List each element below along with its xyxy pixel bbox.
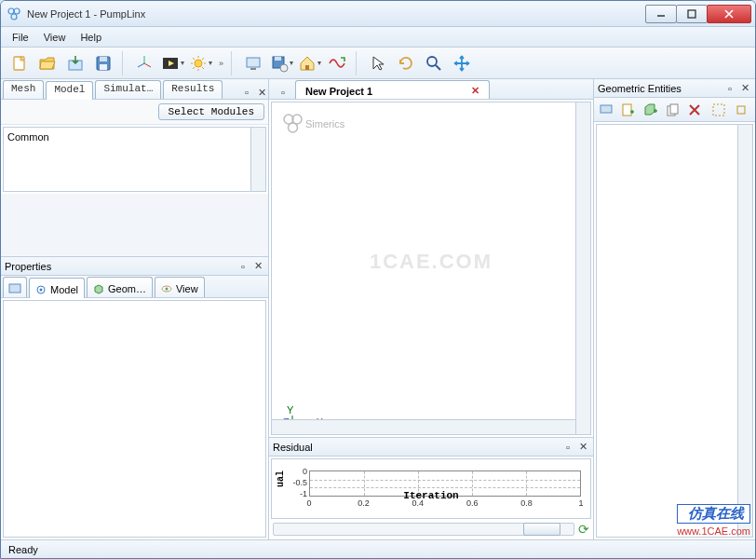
import-icon[interactable] [62, 50, 88, 76]
svg-point-22 [165, 287, 168, 290]
svg-point-0 [8, 8, 14, 14]
app-icon [7, 7, 21, 21]
svg-point-17 [427, 57, 437, 66]
geo-expand-icon[interactable] [709, 100, 728, 120]
scrollbar-vertical[interactable] [737, 125, 752, 537]
geo-add-sheet-icon[interactable] [619, 100, 638, 120]
monitor-icon[interactable] [240, 50, 266, 76]
properties-title: Properties [5, 261, 51, 272]
svg-rect-8 [100, 64, 107, 70]
slider-thumb[interactable] [523, 523, 560, 536]
residual-title: Residual [273, 442, 313, 453]
wave-icon[interactable] [324, 50, 350, 76]
play-icon[interactable]: ▾ [159, 50, 185, 76]
residual-slider-row: ⟳ [269, 521, 593, 539]
save-icon[interactable] [90, 50, 116, 76]
refresh-icon[interactable]: ⟳ [578, 522, 589, 537]
zoom-icon[interactable] [421, 50, 447, 76]
tab-mesh[interactable]: Mesh [3, 80, 44, 99]
prop-tab-geom[interactable]: Geom… [87, 277, 153, 297]
status-bar: Ready [1, 539, 755, 558]
pin-icon[interactable]: ▫ [561, 441, 574, 454]
watermark-text: 1CAE.COM [370, 250, 493, 274]
geo-title-bar[interactable]: Geometric Entities ▫ ✕ [594, 79, 755, 98]
toolbar-separator [231, 51, 236, 75]
pointer-icon[interactable] [365, 50, 391, 76]
window-title: New Project 1 - PumpLinx [27, 8, 646, 20]
svg-rect-27 [623, 104, 631, 116]
geo-monitor-icon[interactable] [597, 100, 615, 120]
geo-body[interactable] [596, 124, 753, 538]
properties-title-bar[interactable]: Properties ▫ ✕ [1, 257, 268, 276]
prop-tab-overview[interactable] [3, 277, 27, 297]
svg-rect-11 [247, 58, 260, 67]
residual-slider[interactable] [273, 523, 574, 536]
tree-item-common[interactable]: Common [7, 131, 262, 143]
properties-body [3, 300, 266, 538]
close-panel-icon[interactable]: ✕ [255, 86, 268, 99]
svg-point-25 [289, 123, 298, 132]
properties-tabs: Model Geom… View [1, 276, 268, 298]
svg-rect-14 [275, 57, 281, 61]
prop-tab-view[interactable]: View [155, 277, 205, 297]
svg-rect-3 [688, 10, 695, 18]
pin-icon[interactable]: ▫ [240, 86, 253, 99]
scrollbar-vertical[interactable] [250, 128, 265, 191]
scrollbar-horizontal[interactable] [272, 419, 575, 434]
svg-point-15 [280, 64, 288, 72]
prop-tab-model[interactable]: Model [29, 278, 85, 298]
pin-icon[interactable]: ▫ [236, 260, 250, 273]
new-file-icon[interactable] [7, 50, 33, 76]
view-tab-project[interactable]: New Project 1 ✕ [295, 80, 490, 99]
model-tree[interactable]: Common [3, 127, 266, 192]
menu-view[interactable]: View [36, 30, 74, 45]
svg-rect-30 [713, 104, 724, 116]
sun-icon[interactable]: ▾ [187, 50, 213, 76]
maximize-button[interactable] [676, 5, 708, 23]
pin-icon[interactable]: ▫ [277, 86, 290, 99]
select-modules-button[interactable]: Select Modules [158, 103, 264, 120]
left-tabs: Mesh Model Simulat… Results ▫ ✕ [1, 79, 268, 100]
open-folder-icon[interactable] [34, 50, 61, 76]
pan-icon[interactable] [449, 50, 475, 76]
close-panel-icon[interactable]: ✕ [738, 82, 751, 95]
close-tab-icon[interactable]: ✕ [471, 85, 479, 97]
geo-collapse-icon[interactable] [732, 100, 750, 120]
toolbar-overflow-icon[interactable]: » [219, 59, 223, 68]
tab-model[interactable]: Model [46, 81, 93, 100]
left-column: Mesh Model Simulat… Results ▫ ✕ Select M… [1, 79, 269, 539]
close-panel-icon[interactable]: ✕ [251, 260, 264, 273]
client-area: Mesh Model Simulat… Results ▫ ✕ Select M… [1, 79, 755, 539]
svg-rect-18 [9, 284, 20, 293]
menu-help[interactable]: Help [73, 30, 109, 45]
rotate-icon[interactable] [393, 50, 419, 76]
svg-rect-26 [601, 105, 612, 113]
tab-simulation[interactable]: Simulat… [95, 80, 161, 99]
view-tabs: ▫ New Project 1 ✕ [269, 79, 593, 100]
home-icon[interactable]: ▾ [296, 50, 322, 76]
minimize-button[interactable] [645, 5, 677, 23]
residual-chart: ual 0 -0.5 -1 0 0.2 0.4 0.6 0.8 1 Iterat… [271, 458, 591, 519]
svg-rect-7 [100, 57, 107, 61]
geo-delete-icon[interactable] [685, 100, 704, 120]
close-panel-icon[interactable]: ✕ [576, 441, 589, 454]
menu-file[interactable]: File [5, 30, 36, 45]
close-button[interactable] [707, 5, 751, 23]
svg-rect-31 [737, 106, 745, 114]
svg-rect-16 [305, 65, 309, 70]
geo-copy-icon[interactable] [664, 100, 682, 120]
left-spacer [1, 194, 268, 256]
viewport-canvas[interactable]: Simerics 1CAE.COM Y Z X [271, 102, 591, 435]
geo-add-box-icon[interactable] [641, 100, 660, 120]
scrollbar-vertical[interactable] [575, 102, 590, 434]
pin-icon[interactable]: ▫ [723, 82, 736, 95]
svg-point-20 [40, 288, 43, 291]
title-bar[interactable]: New Project 1 - PumpLinx [1, 1, 755, 27]
residual-title-bar[interactable]: Residual ▫ ✕ [269, 438, 593, 457]
app-window: New Project 1 - PumpLinx File View Help … [0, 0, 756, 559]
tab-results[interactable]: Results [163, 80, 223, 99]
save-settings-icon[interactable]: ▾ [268, 50, 294, 76]
toolbar-separator [122, 51, 128, 75]
geo-title: Geometric Entities [598, 83, 682, 94]
axes-icon[interactable] [131, 50, 157, 76]
